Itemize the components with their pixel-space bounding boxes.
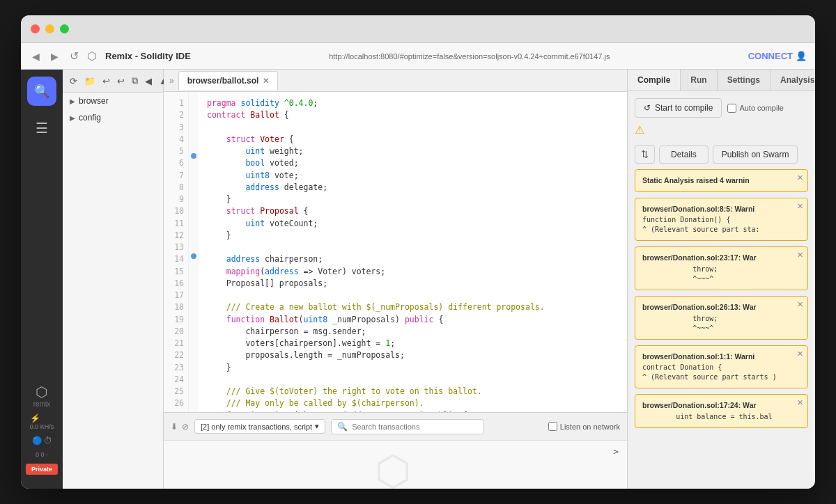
line-numbers: 1234567891011121314151617181920212223242… — [164, 92, 189, 412]
warning-donation-1: browser/Donation.sol:8:5: Warni function… — [635, 198, 808, 242]
tx-filter-dropdown[interactable]: [2] only remix transactions, script ▾ — [194, 419, 325, 434]
search-icon: 🔍 — [34, 84, 49, 99]
copy-button[interactable]: ⧉ — [130, 74, 139, 88]
filter-icon: ⊘ — [182, 422, 189, 432]
close-warning-0[interactable]: ✕ — [797, 173, 803, 183]
warning-donation-5: browser/Donation.sol:17:24: War uint bal… — [635, 394, 808, 428]
redo-button[interactable]: ↩ — [116, 74, 126, 88]
editor-area: » browser/ballot.sol ✕ 12345678910111213… — [164, 70, 627, 489]
nav-bar: ◀ ▶ ↺ ⬡ Remix - Solidity IDE http://loca… — [21, 43, 815, 70]
toggle-button[interactable]: ⇅ — [635, 145, 655, 164]
speed-icon: ⚡ — [30, 414, 40, 423]
file-item-browser[interactable]: ▶ browser — [63, 93, 163, 109]
app-window: ◀ ▶ ↺ ⬡ Remix - Solidity IDE http://loca… — [21, 15, 815, 489]
tab-analysis[interactable]: Analysis — [771, 70, 815, 90]
title-bar — [21, 15, 815, 43]
forward-button[interactable]: ▶ — [48, 49, 61, 63]
back-button[interactable]: ◀ — [29, 49, 42, 63]
refresh-files-button[interactable]: ⟳ — [68, 74, 79, 88]
code-gutter — [189, 92, 199, 412]
network-speed: ⚡ 0.0 KH/s — [30, 414, 54, 430]
sidebar: 🔍 ☰ ⬡ remix ⚡ 0.0 KH/s 🔵 ⏱ — [21, 70, 63, 489]
right-tabs: Compile Run Settings Analysis Debu — [628, 70, 815, 91]
file-panel: ⟳ 📁 ↩ ↩ ⧉ ◀ ▲ ▶ browser ▶ config — [63, 70, 164, 489]
connect-button[interactable]: CONNECT 👤 — [748, 51, 807, 61]
warning-triangle-icon: ⚠ — [635, 124, 644, 136]
sidebar-counters: 🔵 ⏱ — [32, 436, 52, 446]
speed-value: 0.0 KH/s — [30, 423, 54, 430]
close-warning-5[interactable]: ✕ — [797, 397, 803, 408]
detail-row: ⇅ Details Publish on Swarm — [635, 145, 808, 164]
close-warning-3[interactable]: ✕ — [797, 299, 803, 310]
listen-network-checkbox[interactable]: Listen on network — [548, 422, 620, 431]
open-folder-button[interactable]: 📁 — [83, 74, 97, 88]
counter-values: 0 0 - — [36, 451, 48, 458]
auto-compile-checkbox[interactable] — [727, 104, 736, 113]
console-area: ⬡ > — [164, 440, 627, 489]
auto-compile-toggle: Auto compile — [727, 104, 784, 113]
menu-icon: ☰ — [36, 120, 48, 136]
eth-nav-icon: ⬡ — [87, 49, 97, 63]
url-bar: http://localhost:8080/#optimize=false&ve… — [196, 52, 743, 61]
undo-button[interactable]: ↩ — [101, 74, 111, 88]
search-transactions-box[interactable]: 🔍 — [331, 419, 484, 434]
warning-donation-3: browser/Donation.sol:26:13: War throw; ^… — [635, 296, 808, 340]
dropdown-arrow-icon: ▾ — [315, 422, 319, 431]
close-warning-4[interactable]: ✕ — [797, 349, 803, 359]
warning-donation-4: browser/Donation.sol:1:1: Warni contract… — [635, 345, 808, 389]
eth-logo: ⬡ remix — [33, 384, 50, 408]
bottom-bar: ⬇ ⊘ [2] only remix transactions, script … — [164, 412, 627, 440]
search-tx-icon: 🔍 — [337, 422, 348, 432]
chevron-right-icon-2: ▶ — [70, 114, 75, 122]
compile-row: ↺ Start to compile Auto compile — [635, 98, 808, 118]
down-icon: ⬇ — [171, 422, 178, 432]
code-area: 1234567891011121314151617181920212223242… — [164, 92, 627, 412]
tab-compile[interactable]: Compile — [628, 70, 681, 90]
tab-ballot-sol[interactable]: browser/ballot.sol ✕ — [178, 71, 279, 90]
close-button[interactable] — [31, 24, 40, 33]
search-transactions-input[interactable] — [352, 423, 478, 431]
tab-close-icon[interactable]: ✕ — [263, 77, 269, 86]
tab-scroll-right[interactable]: » — [169, 76, 174, 86]
close-warning-1[interactable]: ✕ — [797, 201, 803, 212]
console-prompt: > — [613, 446, 619, 457]
publish-swarm-button[interactable]: Publish on Swarm — [713, 145, 798, 164]
eth-watermark: ⬡ — [172, 446, 613, 489]
sidebar-search-button[interactable]: 🔍 — [27, 77, 56, 106]
connect-icon: 👤 — [796, 51, 807, 61]
editor-tabs: » browser/ballot.sol ✕ — [164, 70, 627, 92]
file-item-config[interactable]: ▶ config — [63, 109, 163, 126]
refresh-button[interactable]: ↺ — [67, 48, 82, 64]
maximize-button[interactable] — [60, 24, 69, 33]
main-content: 🔍 ☰ ⬡ remix ⚡ 0.0 KH/s 🔵 ⏱ — [21, 70, 815, 489]
prev-button[interactable]: ◀ — [144, 74, 153, 88]
remix-label: remix — [33, 400, 50, 408]
close-warning-2[interactable]: ✕ — [797, 250, 803, 260]
bottom-icons: ⬇ ⊘ — [171, 422, 189, 432]
ethereum-icon: ⬡ — [36, 384, 47, 400]
right-panel: Compile Run Settings Analysis Debu ↺ Sta… — [627, 70, 815, 489]
file-toolbar: ⟳ 📁 ↩ ↩ ⧉ ◀ ▲ — [63, 70, 163, 93]
warning-static-analysis: Static Analysis raised 4 warnin ✕ — [635, 169, 808, 192]
private-badge[interactable]: Private — [26, 464, 58, 475]
listen-checkbox[interactable] — [548, 422, 557, 431]
tab-settings[interactable]: Settings — [718, 70, 771, 90]
app-title: Remix - Solidity IDE — [105, 51, 191, 61]
chevron-right-icon: ▶ — [70, 97, 75, 105]
right-content: ↺ Start to compile Auto compile ⚠ ⇅ Deta… — [628, 91, 815, 489]
warning-donation-2: browser/Donation.sol:23:17: War throw; ^… — [635, 246, 808, 290]
refresh-compile-icon: ↺ — [644, 103, 651, 113]
details-button[interactable]: Details — [659, 145, 709, 164]
tab-run[interactable]: Run — [681, 70, 717, 90]
sidebar-menu-icon[interactable]: ☰ — [29, 116, 54, 141]
warning-indicator: ⚠ — [635, 123, 808, 136]
minimize-button[interactable] — [45, 24, 54, 33]
start-compile-button[interactable]: ↺ Start to compile — [635, 98, 722, 118]
code-editor[interactable]: pragma solidity ^0.4.0; contract Ballot … — [199, 92, 627, 412]
